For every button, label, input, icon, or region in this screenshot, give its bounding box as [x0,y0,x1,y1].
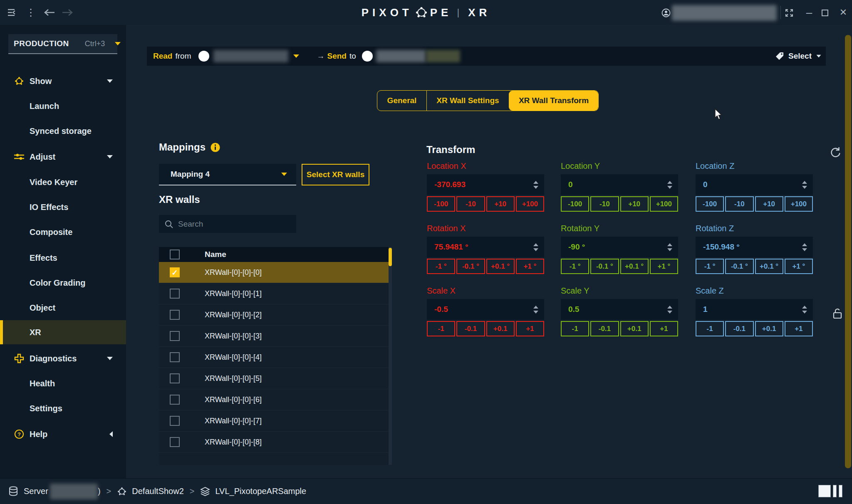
step-button[interactable]: -100 [427,196,455,212]
walls-list-scrollbar-track[interactable] [389,247,392,465]
step-button[interactable]: +1 [516,321,544,336]
walls-search-input[interactable]: Search [159,215,296,233]
step-button[interactable]: +1 ° [650,259,678,274]
sidebar-item-composite[interactable]: Composite [0,220,126,244]
step-button[interactable]: -1 [696,321,724,336]
close-button[interactable]: ✕ [837,0,850,25]
location-z-input[interactable]: 0 [696,174,813,195]
sidebar-item-xr[interactable]: XR [0,320,126,344]
step-button[interactable]: +10 [620,196,649,212]
step-button[interactable]: -1 ° [427,259,455,274]
step-button[interactable]: +100 [650,196,678,212]
tab-general[interactable]: General [377,91,426,111]
step-button[interactable]: -10 [725,196,753,212]
unlock-icon[interactable] [832,308,843,319]
table-row[interactable]: XRWall-[0]-[0]-[2] [159,304,389,326]
spinner-icon[interactable] [802,243,807,251]
step-button[interactable]: -1 ° [696,259,724,274]
step-button[interactable]: +1 [785,321,813,336]
step-button[interactable]: +1 [650,321,678,336]
step-button[interactable]: +10 [755,196,783,212]
spinner-icon[interactable] [533,181,538,189]
user-account-icon[interactable] [661,8,671,17]
table-row[interactable]: XRWall-[0]-[0]-[7] [159,410,389,432]
sidebar-item-help[interactable]: ? Help [0,422,126,446]
sidebar-item-diagnostics[interactable]: Diagnostics [0,346,126,371]
row-checkbox[interactable] [170,289,180,299]
row-checkbox[interactable] [170,437,180,447]
step-button[interactable]: +100 [516,196,544,212]
chevron-down-icon[interactable] [293,54,299,58]
select-menu[interactable]: Select [775,52,822,61]
fullscreen-icon[interactable] [785,8,794,17]
breadcrumb-show-name[interactable]: DefaultShow2 [132,487,184,496]
minimize-button[interactable]: – [803,0,815,25]
step-button[interactable]: +100 [785,196,813,212]
table-row[interactable]: XRWall-[0]-[0]-[6] [159,389,389,410]
step-button[interactable]: -0.1 [590,321,619,336]
spinner-icon[interactable] [667,306,672,314]
step-button[interactable]: +0.1 [620,321,649,336]
tab-xr-wall-settings[interactable]: XR Wall Settings [426,91,509,111]
walls-list-scrollbar-thumb[interactable] [389,248,392,266]
step-button[interactable]: -1 [427,321,455,336]
mode-selector[interactable]: PRODUCTION Ctrl+3 [8,34,117,54]
row-checkbox[interactable] [170,310,180,320]
sidebar-item-launch[interactable]: Launch [0,94,126,118]
row-checkbox[interactable] [170,395,180,405]
table-row[interactable]: XRWall-[0]-[0]-[3] [159,326,389,347]
step-button[interactable]: -100 [696,196,724,212]
scale-z-input[interactable]: 1 [696,299,813,320]
row-checkbox-checked[interactable]: ✓ [170,267,180,277]
select-all-checkbox[interactable] [170,250,180,259]
refresh-icon[interactable] [830,146,841,158]
info-icon[interactable] [211,143,220,152]
step-button[interactable]: -0.1 ° [456,259,485,274]
mapping-select[interactable]: Mapping 4 [159,164,296,185]
spinner-icon[interactable] [667,181,672,189]
spinner-icon[interactable] [802,306,807,314]
select-xr-walls-button[interactable]: Select XR walls [302,164,369,185]
rotation-z-input[interactable]: -150.948 ° [696,237,813,257]
step-button[interactable]: -10 [590,196,619,212]
sidebar-item-io-effects[interactable]: IO Effects [0,195,126,219]
step-button[interactable]: -1 [561,321,589,336]
sidebar-item-video-keyer[interactable]: Video Keyer [0,170,126,194]
step-button[interactable]: +0.1 ° [755,259,783,274]
step-button[interactable]: +0.1 [755,321,783,336]
sidebar-item-adjust[interactable]: Adjust [0,145,126,169]
spinner-icon[interactable] [802,181,807,189]
step-button[interactable]: +1 ° [516,259,544,274]
sidebar-item-effects[interactable]: Effects [0,246,126,270]
step-button[interactable]: -100 [561,196,589,212]
step-button[interactable]: -0.1 [456,321,485,336]
layout-panel-bar-icon[interactable] [839,485,842,497]
step-button[interactable]: +0.1 ° [486,259,515,274]
step-button[interactable]: +0.1 ° [620,259,649,274]
breadcrumb-level-name[interactable]: LVL_PixotopeARSample [215,487,306,496]
step-button[interactable]: +0.1 [486,321,515,336]
row-checkbox[interactable] [170,331,180,341]
sidebar-item-health[interactable]: Health [0,371,126,395]
tab-xr-wall-transform[interactable]: XR Wall Transform [509,91,598,111]
sidebar-item-color-grading[interactable]: Color Grading [0,271,126,295]
scale-y-input[interactable]: 0.5 [561,299,678,320]
spinner-icon[interactable] [667,243,672,251]
table-row[interactable]: XRWall-[0]-[0]-[5] [159,368,389,389]
step-button[interactable]: -1 ° [561,259,589,274]
send-target-redacted[interactable] [376,50,426,62]
table-row[interactable]: XRWall-[0]-[0]-[1] [159,283,389,304]
location-y-input[interactable]: 0 [561,174,678,195]
step-button[interactable]: -0.1 [725,321,753,336]
read-source-redacted[interactable] [213,50,288,62]
table-row[interactable]: XRWall-[0]-[0]-[4] [159,347,389,368]
row-checkbox[interactable] [170,352,180,362]
server-label[interactable]: Server [24,487,48,496]
row-checkbox[interactable] [170,416,180,426]
rotation-y-input[interactable]: -90 ° [561,237,678,257]
page-scrollbar-thumb[interactable] [845,35,851,468]
sidebar-item-show[interactable]: Show [0,69,126,93]
table-row[interactable]: ✓ XRWall-[0]-[0]-[0] [159,262,389,283]
sidebar-item-object[interactable]: Object [0,296,126,320]
step-button[interactable]: -0.1 ° [590,259,619,274]
